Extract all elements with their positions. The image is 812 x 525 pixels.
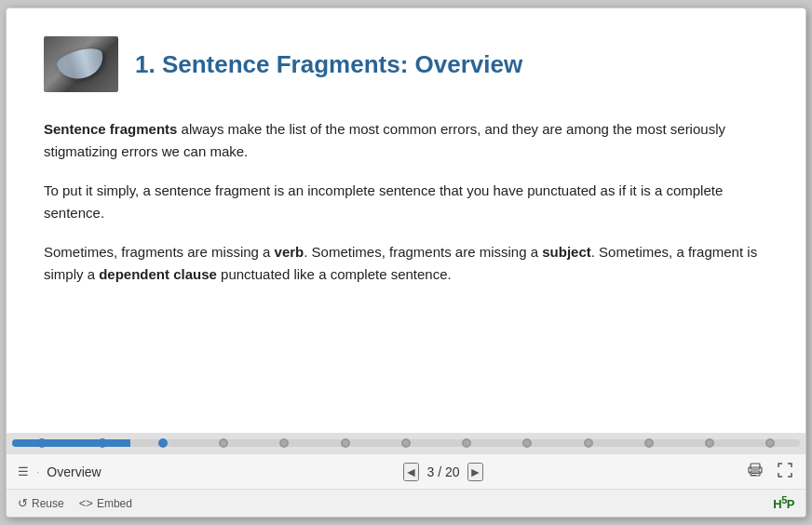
progress-dot-13[interactable] [765, 438, 775, 448]
footer-bar: ↺ Reuse <> Embed H5P [7, 489, 805, 517]
player-container: 1. Sentence Fragments: Overview Sentence… [6, 7, 806, 518]
nav-right [720, 461, 794, 483]
fullscreen-icon [778, 463, 792, 478]
embed-button[interactable]: <> Embed [79, 496, 132, 510]
print-button[interactable] [746, 461, 765, 483]
progress-dot-5[interactable] [279, 438, 289, 448]
prev-button[interactable]: ◄ [403, 463, 420, 481]
print-icon [748, 463, 763, 478]
progress-dots [12, 438, 800, 448]
hp-logo: H5P [773, 494, 794, 511]
title-thumbnail [44, 36, 118, 92]
progress-dot-9[interactable] [522, 438, 532, 448]
nav-center: ◄ 3 / 20 ► [167, 463, 720, 481]
reuse-label: Reuse [32, 497, 64, 510]
title-row: 1. Sentence Fragments: Overview [44, 36, 768, 92]
paragraph-2: To put it simply, a sentence fragment is… [44, 180, 768, 224]
page-separator: / [438, 464, 445, 479]
next-button[interactable]: ► [467, 463, 484, 481]
progress-dot-2[interactable] [98, 438, 107, 448]
footer-right: H5P [773, 494, 794, 511]
paragraph-1: Sentence fragments always make the list … [44, 118, 768, 163]
nav-page-info: 3 / 20 [426, 464, 459, 479]
svg-rect-3 [751, 473, 759, 474]
progress-dot-4[interactable] [219, 438, 228, 448]
content-area: 1. Sentence Fragments: Overview Sentence… [7, 8, 805, 433]
progress-dot-1[interactable] [37, 438, 47, 448]
progress-dot-7[interactable] [401, 438, 411, 448]
progress-dot-8[interactable] [462, 438, 471, 448]
progress-bar-area [7, 433, 805, 453]
fullscreen-button[interactable] [776, 461, 794, 483]
progress-dot-11[interactable] [644, 438, 654, 448]
body-text: Sentence fragments always make the list … [44, 118, 768, 286]
progress-dot-12[interactable] [705, 438, 714, 448]
reuse-button[interactable]: ↺ Reuse [18, 496, 64, 510]
overview-icon: ☰ [18, 464, 29, 478]
nav-overview-label[interactable]: Overview [47, 464, 101, 479]
progress-dot-10[interactable] [584, 438, 593, 448]
svg-rect-0 [751, 464, 760, 469]
footer-left: ↺ Reuse <> Embed [18, 496, 132, 510]
embed-code-icon: <> [79, 496, 93, 510]
paragraph-3: Sometimes, fragments are missing a verb.… [44, 241, 768, 286]
page-title: 1. Sentence Fragments: Overview [135, 50, 522, 79]
embed-label: Embed [97, 497, 132, 510]
progress-dot-6[interactable] [341, 438, 350, 448]
progress-track[interactable] [12, 439, 800, 447]
progress-dot-3[interactable] [158, 438, 168, 448]
nav-separator: · [36, 465, 39, 478]
svg-rect-4 [751, 475, 756, 476]
nav-bar: ☰ · Overview ◄ 3 / 20 ► [7, 453, 805, 489]
total-pages: 20 [445, 464, 460, 479]
nav-left: ☰ · Overview [18, 464, 167, 479]
current-page: 3 [426, 464, 434, 479]
reuse-icon: ↺ [18, 496, 28, 510]
